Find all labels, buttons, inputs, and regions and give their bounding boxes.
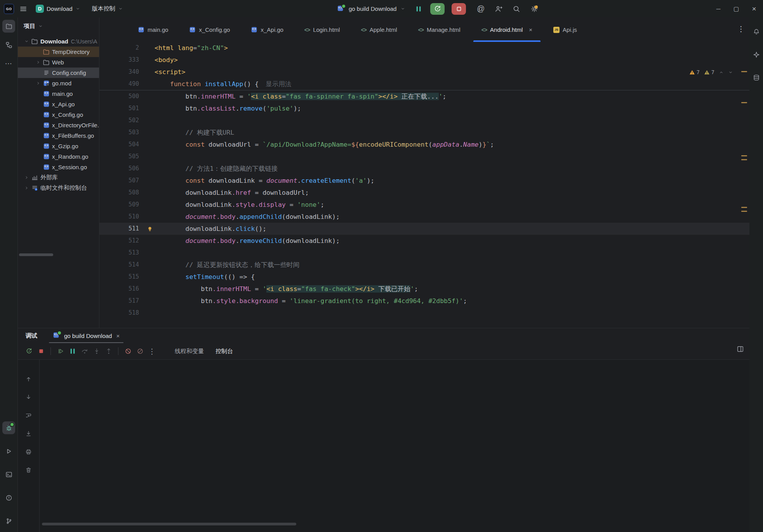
run-config-name[interactable]: go build Download	[349, 5, 396, 12]
scrollbar-warning-mark[interactable]	[741, 71, 747, 72]
scroll-up-button[interactable]	[23, 373, 35, 385]
tree-item[interactable]: x_DirectoryOrFile.go	[18, 120, 99, 130]
soft-wrap-button[interactable]	[23, 409, 35, 421]
project-tool-button[interactable]	[2, 20, 15, 33]
more-tools-tool-button[interactable]: ⋯	[2, 57, 15, 70]
code-line[interactable]: 506 // 方法1：创建隐藏的下载链接	[99, 163, 749, 175]
structure-tool-button[interactable]	[2, 38, 15, 51]
tree-item[interactable]: x_FileBuffers.go	[18, 130, 99, 141]
code-line[interactable]: 509 downloadLink.style.display = 'none';	[99, 199, 749, 211]
close-button[interactable]: ×	[745, 0, 763, 17]
project-horizontal-scrollbar[interactable]	[19, 253, 53, 256]
pause-button[interactable]	[415, 5, 422, 13]
tree-item[interactable]: x_Random.go	[18, 151, 99, 162]
rerun-debug-button[interactable]	[430, 3, 445, 15]
close-tab-icon[interactable]: ×	[529, 26, 532, 33]
project-widget[interactable]: D Download	[33, 3, 83, 15]
trash-button[interactable]	[23, 464, 35, 476]
notifications-tool-button[interactable]	[750, 25, 763, 38]
code-line[interactable]: 517 btn.style.background = 'linear-gradi…	[99, 295, 749, 307]
tree-chevron-right-icon[interactable]	[34, 81, 42, 86]
code-line[interactable]: 502	[99, 114, 749, 127]
project-panel-header[interactable]: 项目	[18, 17, 99, 35]
terminal-tool-button[interactable]	[2, 468, 15, 481]
code-line[interactable]: 2<html lang="zh-CN">	[99, 42, 749, 54]
vcs-widget[interactable]: 版本控制	[89, 3, 126, 14]
stop-button[interactable]	[35, 345, 47, 357]
tree-item[interactable]: x_Config.go	[18, 109, 99, 120]
editor-tab-android-html[interactable]: <>Android.html×	[471, 17, 543, 42]
code-line[interactable]: 513	[99, 247, 749, 259]
inspections-widget[interactable]: 77	[689, 69, 733, 75]
debug-tool-button[interactable]	[2, 421, 15, 434]
step-into-button[interactable]	[90, 345, 103, 357]
tree-chevron-right-icon[interactable]	[34, 60, 42, 65]
main-menu-icon[interactable]	[19, 5, 27, 13]
step-over-button[interactable]	[78, 345, 90, 357]
editor-tab-main-go[interactable]: main.go	[127, 17, 179, 42]
run-tool-button[interactable]	[2, 445, 15, 457]
tree-item[interactable]: TempDirectory	[18, 47, 99, 57]
tree-chevron-right-icon[interactable]	[23, 175, 30, 180]
code-line[interactable]: 501 btn.classList.remove('pulse');	[99, 102, 749, 114]
resume-button[interactable]	[54, 345, 66, 357]
tab-list-more-icon[interactable]: ⋮	[737, 25, 745, 33]
scrollbar-warning-mark[interactable]	[741, 211, 747, 212]
editor-tab-manage-html[interactable]: <>Manage.html	[408, 17, 471, 42]
tree-item[interactable]: Web	[18, 57, 99, 68]
code-line[interactable]: 504 const downloadUrl = `/api/Download?A…	[99, 139, 749, 151]
tree-item[interactable]: go.mod	[18, 78, 99, 88]
code-line[interactable]: 333<body>	[99, 54, 749, 66]
scrollbar-warning-mark[interactable]	[741, 102, 747, 103]
search-icon[interactable]	[513, 5, 520, 13]
chevron-down-icon[interactable]	[400, 6, 405, 11]
editor-tab-x_config-go[interactable]: x_Config.go	[179, 17, 240, 42]
tree-item[interactable]: DownloadC:\Users\A	[18, 36, 99, 47]
scroll-down-button[interactable]	[23, 391, 35, 403]
minimize-button[interactable]: ─	[709, 0, 727, 17]
code-line[interactable]: 516 btn.innerHTML = '<i class="fas fa-ch…	[99, 283, 749, 295]
code-line[interactable]: 518	[99, 307, 749, 319]
scrollbar-warning-mark[interactable]	[741, 155, 747, 156]
database-tool-button[interactable]	[750, 71, 763, 84]
console-output[interactable]	[40, 360, 749, 519]
intention-bulb-icon[interactable]	[145, 223, 155, 235]
stop-button[interactable]	[452, 3, 466, 15]
code-line[interactable]: 503 // 构建下载URL	[99, 127, 749, 139]
problems-tool-button[interactable]	[2, 491, 15, 504]
code-line[interactable]: 507 const downloadLink = document.create…	[99, 175, 749, 187]
debug-session-tab[interactable]: go build Download ×	[48, 328, 124, 343]
code-line[interactable]: 515 setTimeout(() => {	[99, 271, 749, 283]
more-vertical-button[interactable]: ⋮	[146, 345, 158, 357]
editor-tab-x_api-go[interactable]: x_Api.go	[240, 17, 294, 42]
ai-assistant-tool-button[interactable]	[750, 48, 763, 61]
step-out-button[interactable]	[103, 345, 115, 357]
code-line[interactable]: 490 function installApp() { 显示用法	[99, 78, 749, 90]
scroll-to-end-button[interactable]	[23, 428, 35, 440]
console-horizontal-scrollbar[interactable]	[42, 523, 296, 525]
next-problem-icon[interactable]	[728, 70, 733, 75]
editor-tab-api-js[interactable]: JSApi.js	[543, 17, 587, 42]
inspection-weak-warning[interactable]: 7	[704, 69, 714, 75]
ai-assistant-icon[interactable]: @	[477, 4, 485, 13]
tree-item[interactable]: main.go	[18, 88, 99, 99]
scrollbar-warning-mark[interactable]	[741, 207, 747, 208]
code-editor[interactable]: 2<html lang="zh-CN">333<body>340<script>…	[99, 42, 749, 328]
editor-tab-login-html[interactable]: <>Login.html	[294, 17, 351, 42]
settings-gear-icon[interactable]	[530, 5, 538, 13]
print-button[interactable]	[23, 446, 35, 458]
scrollbar-warning-mark[interactable]	[741, 159, 747, 160]
close-session-icon[interactable]: ×	[116, 333, 120, 339]
version-control-tool-button[interactable]	[2, 515, 15, 527]
view-tab-threads[interactable]: 线程和变量	[169, 343, 210, 359]
code-line[interactable]: 505	[99, 151, 749, 163]
maximize-button[interactable]: ▢	[727, 0, 745, 17]
code-line[interactable]: 514 // 延迟更新按钮状态，给下载一些时间	[99, 259, 749, 271]
add-user-icon[interactable]	[495, 5, 502, 13]
code-line[interactable]: 508 downloadLink.href = downloadUrl;	[99, 187, 749, 199]
previous-problem-icon[interactable]	[719, 70, 724, 75]
tree-chevron-down-icon[interactable]	[23, 39, 30, 44]
tree-item[interactable]: x_Gzip.go	[18, 141, 99, 151]
code-line[interactable]: 510 document.body.appendChild(downloadLi…	[99, 211, 749, 223]
code-line[interactable]: 500 btn.innerHTML = '<i class="fas fa-sp…	[99, 90, 749, 102]
